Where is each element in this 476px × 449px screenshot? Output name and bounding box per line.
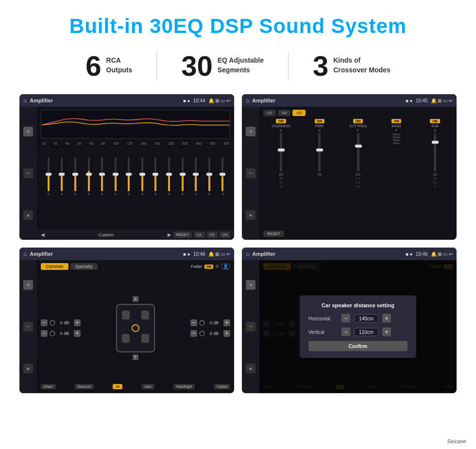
eq-u3-btn[interactable]: U3	[220, 232, 230, 238]
distance-icons: 🔔 ⊠ ▭ ↩	[431, 251, 453, 257]
distance-icon-2: 〜	[246, 322, 255, 332]
vertical-minus-btn[interactable]: −	[341, 328, 350, 336]
fader-db-val-tl: 0 dB	[57, 320, 72, 325]
page-title: Built-in 30EQ DSP Sound System	[19, 15, 457, 38]
fader-home-icon: ⌂	[23, 250, 27, 257]
fader-plus-tl[interactable]: +	[74, 319, 81, 326]
amp-home-icon: ⌂	[246, 97, 249, 104]
fader-minus-bl[interactable]: −	[41, 330, 48, 337]
cutfreq-label: CUT FREQ	[349, 124, 367, 128]
amp-ch-loudness: ON LOUDNESS G 64 48 32 16	[263, 119, 299, 229]
distance-icon-3: ◈	[246, 364, 255, 373]
fader-btn-rearleft[interactable]: RearLeft	[75, 384, 94, 389]
screenshots-grid: ⌂ Amplifier ■ ● 10:44 🔔 ⊠ ▭ ↩ ⚙ 〜 ◈	[19, 94, 457, 393]
vertical-label: Vertical	[308, 329, 338, 334]
stats-row: 6 RCA Outputs 30 EQ Adjustable Segments …	[19, 51, 457, 81]
fader-db-tr: − ● 0 dB +	[190, 319, 230, 326]
eq-prev-btn[interactable]: ◀	[41, 232, 45, 237]
stat-rca-number: 6	[85, 52, 101, 80]
seat-rl	[122, 334, 130, 343]
watermark: Seicane	[447, 438, 466, 444]
fader-minus-tl[interactable]: −	[41, 319, 48, 326]
eq-custom-label: Custom	[47, 233, 166, 237]
loudness-label: LOUDNESS	[272, 124, 290, 128]
fader-minus-tr[interactable]: −	[190, 319, 197, 326]
fader-plus-bl[interactable]: +	[74, 330, 81, 337]
seat-fr	[141, 311, 149, 319]
eq-freq-labels: 253240506380100125160200250320400500630	[41, 142, 230, 145]
fader-icons: 🔔 ⊠ ▭ ↩	[208, 251, 230, 257]
fader-plus-br[interactable]: +	[223, 330, 230, 337]
phat-toggle[interactable]: ON	[315, 119, 325, 123]
eq-u2-btn[interactable]: U2	[207, 232, 218, 238]
fader-speaker-bl: ●	[50, 331, 55, 336]
amp-topbar: ⌂ Amplifier ■ ● 10:45 🔔 ⊠ ▭ ↩	[242, 94, 457, 107]
fader-icon-1: ⚙	[23, 280, 33, 290]
stat-crossover-number: 3	[313, 52, 328, 80]
eq-next-btn[interactable]: ▶	[168, 232, 171, 237]
eq-reset-btn[interactable]: RESET	[173, 232, 192, 238]
horizontal-value: 140cm	[354, 314, 378, 322]
fader-btn-rearright[interactable]: RearRight	[173, 384, 195, 389]
fader-tab-common[interactable]: Common	[41, 263, 68, 270]
vertical-plus-btn[interactable]: +	[382, 328, 391, 336]
amp-reset-btn[interactable]: RESET	[263, 231, 284, 237]
amp-presets: U1 U2 U3	[263, 110, 453, 116]
horizontal-plus-btn[interactable]: +	[382, 314, 391, 323]
amp-u2-btn[interactable]: U2	[278, 110, 290, 116]
arrow-down: ▼	[133, 354, 138, 360]
fader-on-badge: ON	[204, 265, 214, 269]
amp-screen: ⌂ Amplifier ■ ● 10:45 🔔 ⊠ ▭ ↩ ⚙ 〜 ◈ U1 U…	[242, 94, 457, 240]
eq-time: 10:44	[193, 98, 205, 103]
fader-tab-specialty[interactable]: Specialty	[70, 263, 98, 270]
fader-left-controls: − ● 0 dB + − ● 0 dB +	[41, 273, 81, 383]
horizontal-row: Horizontal − 140cm +	[308, 314, 408, 323]
fader-sliders-icon: ⚙	[215, 264, 219, 269]
bass-label: BASS	[392, 124, 401, 128]
fader-time: 10:46	[193, 251, 205, 257]
amp-u3-btn[interactable]: U3	[292, 110, 305, 116]
stat-rca: 6 RCA Outputs	[61, 52, 156, 80]
fader-title: Amplifier	[30, 251, 180, 257]
eq-title: Amplifier	[30, 98, 180, 103]
loudness-toggle[interactable]: ON	[276, 119, 286, 123]
eq-icon-3: ◈	[23, 210, 33, 220]
cutfreq-toggle[interactable]: ON	[353, 119, 363, 123]
fader-db-val-br: 0 dB	[207, 331, 221, 336]
amp-u1-btn[interactable]: U1	[263, 110, 276, 116]
seat-fl	[122, 311, 130, 319]
fader-minus-br[interactable]: −	[190, 330, 197, 337]
vertical-value: 110cm	[354, 328, 378, 336]
fader-btn-all[interactable]: All	[113, 384, 122, 389]
fader-btn-copilot[interactable]: Copilot	[214, 384, 230, 389]
bass-toggle[interactable]: ON	[391, 119, 402, 123]
fader-speaker-tr: ●	[199, 320, 205, 326]
fader-speaker-br: ●	[199, 331, 205, 336]
distance-home-icon: ⌂	[246, 250, 249, 257]
amp-title: Amplifier	[252, 98, 403, 103]
stat-eq-number: 30	[181, 52, 213, 80]
eq-sliders: 0 0 0 5	[41, 147, 230, 196]
fader-btn-user[interactable]: User	[141, 384, 154, 389]
fader-topbar: ⌂ Amplifier ■ ● 10:46 🔔 ⊠ ▭ ↩	[19, 248, 234, 260]
confirm-button[interactable]: Confirm	[308, 341, 408, 351]
sub-toggle[interactable]: ON	[430, 119, 440, 123]
stat-rca-line2: Outputs	[106, 66, 133, 75]
distance-dialog: Car speaker distance setting Horizontal …	[300, 296, 416, 358]
eq-u1-btn[interactable]: U1	[194, 232, 204, 238]
eq-icons: 🔔 ⊠ ▭ ↩	[208, 98, 230, 103]
fader-db-val-tr: 0 dB	[207, 320, 221, 325]
fader-plus-tr[interactable]: +	[223, 319, 230, 326]
fader-btn-driver[interactable]: Driver	[41, 384, 56, 389]
fader-car-diagram: ▲ ▼	[85, 273, 187, 383]
fader-icon-2: 〜	[23, 322, 33, 332]
distance-icon-1: ⚙	[246, 280, 255, 290]
distance-screen: ⌂ Amplifier ■ ● 10:46 🔔 ⊠ ▭ ↩ ⚙ 〜 ◈ Comm…	[242, 248, 457, 393]
arrow-up: ▲	[133, 296, 138, 302]
eq-sidebar: ⚙ 〜 ◈	[19, 107, 37, 240]
horizontal-minus-btn[interactable]: −	[341, 314, 350, 323]
eq-topbar: ⌂ Amplifier ■ ● 10:44 🔔 ⊠ ▭ ↩	[19, 94, 234, 107]
home-icon: ⌂	[23, 97, 27, 104]
fader-db-tl: − ● 0 dB +	[41, 319, 81, 326]
eq-dots: ■ ●	[183, 98, 190, 103]
